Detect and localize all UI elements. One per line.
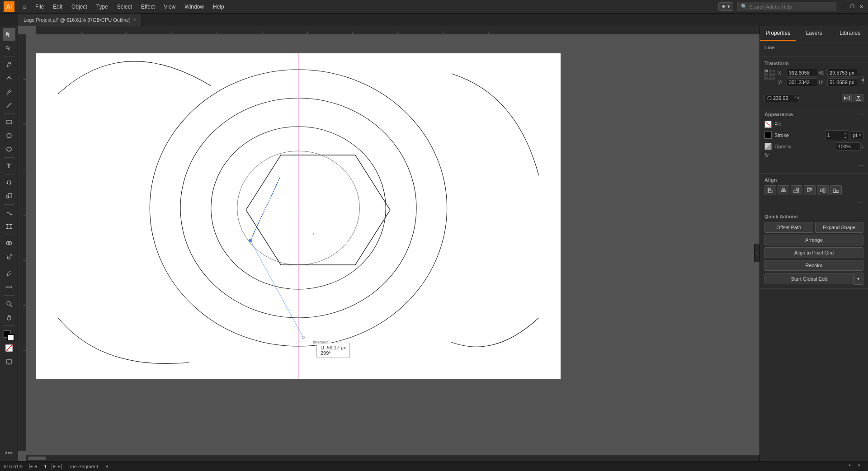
rotation-input-wrap[interactable]: ° ▾ xyxy=(764,94,798,102)
x-input[interactable] xyxy=(787,69,817,77)
artboard-number-input[interactable] xyxy=(39,463,52,470)
tab-close-button[interactable]: × xyxy=(133,17,136,22)
stroke-color-swatch[interactable] xyxy=(7,334,14,341)
y-input[interactable] xyxy=(787,78,817,86)
stroke-row: Stroke ▲ ▼ pt ▾ xyxy=(764,130,863,140)
measure-tool[interactable] xyxy=(3,281,15,293)
menu-object[interactable]: Object xyxy=(68,2,91,11)
panel-collapse-button[interactable]: › xyxy=(754,244,760,262)
eyedropper-tool[interactable] xyxy=(3,267,15,280)
pen-tool[interactable] xyxy=(3,58,15,71)
restore-button[interactable]: ❐ xyxy=(849,4,855,10)
expand-shape-button[interactable]: Expand Shape xyxy=(815,222,864,233)
scroll-left-button[interactable] xyxy=(847,463,854,470)
arrange-button[interactable]: Arrange xyxy=(764,235,863,245)
menu-file[interactable]: File xyxy=(32,2,47,11)
search-input[interactable] xyxy=(749,4,830,9)
transform-origin-grid[interactable] xyxy=(764,69,775,80)
tab-properties[interactable]: Properties xyxy=(760,26,796,41)
opacity-swatch[interactable] xyxy=(764,143,772,150)
next-artboard-button[interactable]: ▸| xyxy=(58,463,62,469)
align-bottom-button[interactable] xyxy=(830,185,842,195)
menu-select[interactable]: Select xyxy=(113,2,136,11)
w-input[interactable] xyxy=(827,69,858,77)
artboard-tool[interactable] xyxy=(3,355,15,368)
menu-help[interactable]: Help xyxy=(209,2,228,11)
align-to-pixel-grid-button[interactable]: Align to Pixel Grid xyxy=(764,247,863,258)
tool-separator-8 xyxy=(4,295,14,296)
polygon-tool[interactable] xyxy=(3,143,15,155)
rotation-dropdown[interactable]: ▾ xyxy=(797,96,799,100)
horizontal-scrollbar[interactable] xyxy=(26,455,760,461)
shape-builder-tool[interactable] xyxy=(3,237,15,250)
h-input[interactable] xyxy=(827,78,858,86)
workspace-switcher[interactable]: ⊞ ▾ xyxy=(718,2,733,11)
menu-effect[interactable]: Effect xyxy=(137,2,158,11)
rotate-tool[interactable] xyxy=(3,176,15,189)
align-top-button[interactable] xyxy=(804,185,816,195)
opacity-arrow[interactable]: › xyxy=(862,144,863,149)
document-tab[interactable]: Logo Projekt.ai* @ 616.61% (RGB/CPU Outl… xyxy=(18,14,142,26)
ellipse-tool[interactable] xyxy=(3,129,15,142)
recolor-button[interactable]: Recolor xyxy=(764,260,863,271)
live-paint-tool[interactable] xyxy=(3,250,15,263)
menu-edit[interactable]: Edit xyxy=(49,2,66,11)
stroke-width-stepper[interactable]: ▲ ▼ xyxy=(825,130,849,140)
home-button[interactable]: ⌂ xyxy=(19,1,30,12)
rotation-input[interactable] xyxy=(773,95,793,101)
align-right-button[interactable] xyxy=(791,185,802,195)
tab-libraries[interactable]: Libraries xyxy=(832,26,868,41)
prev-artboard-button[interactable]: |◂ xyxy=(28,463,33,469)
direct-select-tool[interactable] xyxy=(3,42,15,54)
stroke-unit-select[interactable]: pt ▾ xyxy=(851,131,863,139)
stroke-width-input[interactable] xyxy=(826,132,842,139)
rectangle-tool[interactable] xyxy=(3,116,15,128)
prev-artboard-step[interactable]: ◂ xyxy=(34,463,37,469)
artboard-expand-button[interactable] xyxy=(104,463,111,470)
flip-vertical-button[interactable] xyxy=(854,94,863,102)
hand-tool[interactable] xyxy=(3,311,15,324)
close-button[interactable]: ✕ xyxy=(858,4,864,10)
start-global-edit-button[interactable]: Start Global Edit xyxy=(764,273,854,284)
search-box[interactable]: 🔍 xyxy=(737,2,836,11)
tool-separator-5 xyxy=(4,204,14,205)
fill-swatch[interactable] xyxy=(764,121,772,128)
opacity-input[interactable] xyxy=(836,142,861,151)
zoom-tool[interactable] xyxy=(3,297,15,310)
stroke-increment[interactable]: ▲ xyxy=(842,131,849,135)
stroke-decrement[interactable]: ▼ xyxy=(842,135,849,140)
align-center-v-button[interactable] xyxy=(817,185,829,195)
lock-proportions-button[interactable] xyxy=(861,69,865,91)
appearance-more-button[interactable]: ··· xyxy=(858,110,863,119)
line-segment-tool[interactable] xyxy=(3,99,15,112)
pencil-tool[interactable] xyxy=(3,85,15,98)
offset-path-button[interactable]: Offset Path xyxy=(764,222,813,233)
align-more-button[interactable]: ··· xyxy=(764,197,863,206)
menu-view[interactable]: View xyxy=(160,2,179,11)
minimize-button[interactable]: — xyxy=(840,4,846,10)
select-tool[interactable] xyxy=(3,28,15,41)
menu-window[interactable]: Window xyxy=(181,2,208,11)
warp-tool[interactable] xyxy=(3,207,15,219)
align-left-button[interactable] xyxy=(764,185,776,195)
none-swatch[interactable] xyxy=(5,344,13,353)
canvas-area[interactable]: + D: 59.17 px 299° Intersect xyxy=(18,26,760,461)
scale-tool[interactable] xyxy=(3,190,15,203)
next-artboard-step[interactable]: ▸ xyxy=(53,463,56,469)
more-tools-button[interactable]: ••• xyxy=(3,447,15,459)
intersect-label: Intersect xyxy=(312,339,330,345)
scroll-right-button[interactable] xyxy=(857,463,864,470)
type-tool[interactable]: T xyxy=(3,160,15,172)
align-center-h-button[interactable] xyxy=(778,185,789,195)
start-global-edit-dropdown[interactable]: ▾ xyxy=(854,273,863,285)
scrollbar-thumb[interactable] xyxy=(28,457,46,460)
fx-button[interactable]: fx xyxy=(764,152,769,159)
flip-horizontal-button[interactable] xyxy=(842,94,852,102)
appearance-section-more[interactable]: ··· xyxy=(764,160,863,170)
stroke-swatch[interactable] xyxy=(764,132,772,139)
fill-stroke-swatches[interactable] xyxy=(3,330,15,342)
menu-type[interactable]: Type xyxy=(93,2,112,11)
tab-layers[interactable]: Layers xyxy=(796,26,832,41)
free-transform-tool[interactable] xyxy=(3,220,15,233)
curvature-tool[interactable] xyxy=(3,72,15,85)
